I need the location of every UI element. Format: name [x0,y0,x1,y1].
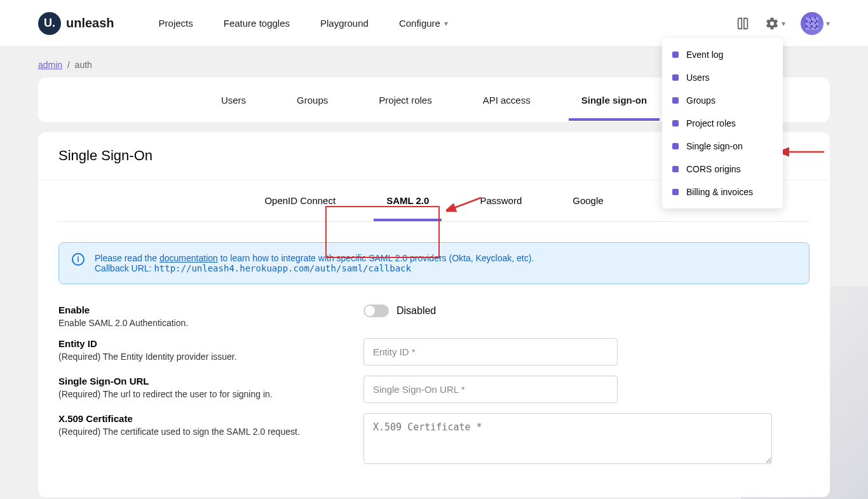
callback-label: Callback URL: [95,263,154,273]
tab-users[interactable]: Users [221,79,246,121]
tab-sso[interactable]: Single sign-on [581,79,647,121]
logo-icon: U. [38,12,61,35]
bullet-icon [672,97,679,104]
nav-links: Projects Feature toggles Playground Conf… [159,18,448,29]
bullet-icon [672,120,679,126]
chevron-down-icon: ▾ [826,19,830,28]
logo-text: unleash [66,16,114,31]
sso-url-label: Single Sign-On URL [58,376,338,386]
logo[interactable]: U. unleash [38,12,114,35]
sso-url-input[interactable] [363,376,618,403]
chevron-down-icon: ▾ [444,19,448,28]
sso-tab-saml[interactable]: SAML 2.0 [361,180,454,221]
bullet-icon [672,166,679,172]
bullet-icon [672,51,679,58]
entity-id-label: Entity ID [58,338,338,349]
dropdown-label: Users [686,72,710,83]
sso-tab-password[interactable]: Password [454,180,547,221]
dropdown-project-roles[interactable]: Project roles [662,112,783,135]
nav-configure[interactable]: Configure ▾ [399,18,448,29]
nav-projects[interactable]: Projects [159,18,193,29]
breadcrumb-admin[interactable]: admin [38,60,62,70]
dropdown-cors[interactable]: CORS origins [662,158,783,181]
form-section: Enable Enable SAML 2.0 Authentication. D… [38,304,830,497]
dropdown-event-log[interactable]: Event log [662,43,783,66]
chevron-down-icon: ▾ [782,19,785,28]
enable-toggle[interactable] [363,304,389,317]
nav-playground[interactable]: Playground [320,18,369,29]
dropdown-label: Groups [686,95,715,106]
form-row-enable: Enable Enable SAML 2.0 Authentication. D… [58,304,810,328]
bullet-icon [672,189,679,195]
nav-right: ▾ ▾ [736,12,830,35]
info-banner: i Please read the documentation to learn… [58,242,810,284]
enable-help: Enable SAML 2.0 Authentication. [58,318,338,328]
sso-url-help: (Required) The url to redirect the user … [58,389,338,399]
sso-tab-openid[interactable]: OpenID Connect [239,180,361,221]
breadcrumb-separator: / [65,60,75,70]
dropdown-sso[interactable]: Single sign-on [662,135,783,158]
nav-feature-toggles[interactable]: Feature toggles [224,18,290,29]
settings-button[interactable]: ▾ [765,17,785,31]
entity-id-input[interactable] [363,338,618,366]
enable-label: Enable [58,304,338,315]
dropdown-billing[interactable]: Billing & invoices [662,181,783,203]
x509-help: (Required) The certificate used to sign … [58,427,338,437]
dropdown-groups[interactable]: Groups [662,89,783,112]
tab-api-access[interactable]: API access [483,79,531,121]
x509-input[interactable] [363,413,772,464]
callback-url: http://unleash4.herokuapp.com/auth/saml/… [154,263,411,273]
avatar [801,12,824,35]
settings-dropdown: Event log Users Groups Project roles Sin… [662,38,783,208]
x509-label: X.509 Certificate [58,413,338,424]
dropdown-label: Single sign-on [686,141,743,151]
breadcrumb-auth: auth [75,60,92,70]
sso-tab-google[interactable]: Google [547,180,628,221]
toggle-status: Disabled [397,305,436,317]
documentation-link[interactable]: documentation [159,253,218,263]
dropdown-label: Billing & invoices [686,187,753,197]
form-row-entity-id: Entity ID (Required) The Entity Identity… [58,338,810,366]
info-content: Please read the documentation to learn h… [95,253,534,273]
info-prefix: Please read the [95,253,159,263]
form-row-sso-url: Single Sign-On URL (Required) The url to… [58,376,810,403]
tab-project-roles[interactable]: Project roles [379,79,431,121]
tab-groups[interactable]: Groups [297,79,328,121]
info-suffix: to learn how to integrate with specific … [218,253,534,263]
info-icon: i [72,253,85,266]
entity-id-help: (Required) The Entity Identity provider … [58,352,338,362]
user-menu[interactable]: ▾ [801,12,830,35]
docs-icon[interactable] [736,17,750,31]
dropdown-label: CORS origins [686,164,741,174]
nav-configure-label: Configure [399,18,440,29]
dropdown-label: Project roles [686,118,736,128]
dropdown-label: Event log [686,50,723,60]
bullet-icon [672,74,679,81]
bullet-icon [672,143,679,149]
dropdown-users[interactable]: Users [662,66,783,89]
form-row-x509: X.509 Certificate (Required) The certifi… [58,413,810,467]
